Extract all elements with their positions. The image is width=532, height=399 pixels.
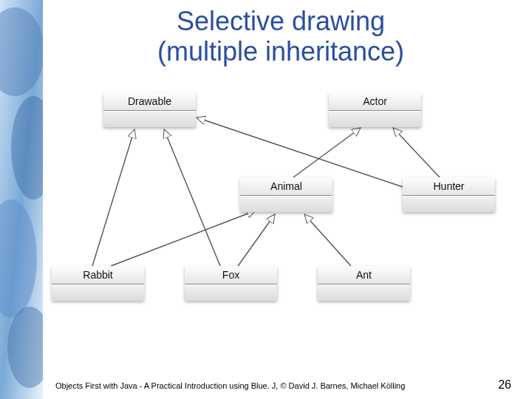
class-body (403, 196, 495, 212)
class-name: Ant (318, 266, 410, 284)
edge-hunter-actor (393, 128, 440, 177)
class-drawable: Drawable (103, 92, 196, 127)
class-fox: Fox (185, 266, 277, 301)
title-line-2: (multiple inheritance) (157, 36, 404, 66)
edge-fox-drawable (164, 129, 220, 266)
footer-citation: Objects First with Java - A Practical In… (55, 381, 405, 390)
uml-diagram: Drawable Actor Animal Hunter Rabbit Fox … (52, 92, 502, 321)
edge-rabbit-animal (111, 211, 256, 266)
class-animal: Animal (240, 177, 332, 212)
class-name: Rabbit (52, 266, 144, 284)
class-body (103, 111, 196, 127)
class-body (318, 284, 410, 301)
class-rabbit: Rabbit (52, 266, 144, 301)
edge-ant-animal (304, 214, 351, 266)
class-ant: Ant (318, 266, 410, 301)
class-body (52, 284, 144, 301)
page-number: 26 (498, 378, 511, 392)
class-hunter: Hunter (403, 177, 495, 212)
class-body (240, 196, 332, 212)
edge-hunter-drawable (197, 117, 403, 187)
class-body (329, 111, 421, 127)
class-name: Animal (240, 177, 332, 196)
class-name: Fox (185, 266, 277, 284)
page-title: Selective drawing (multiple inheritance) (59, 6, 502, 67)
edge-animal-actor (293, 128, 361, 177)
decorative-sidebar (0, 0, 43, 399)
class-name: Actor (329, 92, 421, 111)
edge-fox-animal (238, 214, 275, 266)
class-name: Hunter (403, 177, 495, 196)
edge-rabbit-drawable (92, 129, 134, 266)
title-line-1: Selective drawing (177, 6, 385, 36)
class-body (185, 284, 277, 301)
class-actor: Actor (329, 92, 421, 127)
class-name: Drawable (103, 92, 196, 111)
